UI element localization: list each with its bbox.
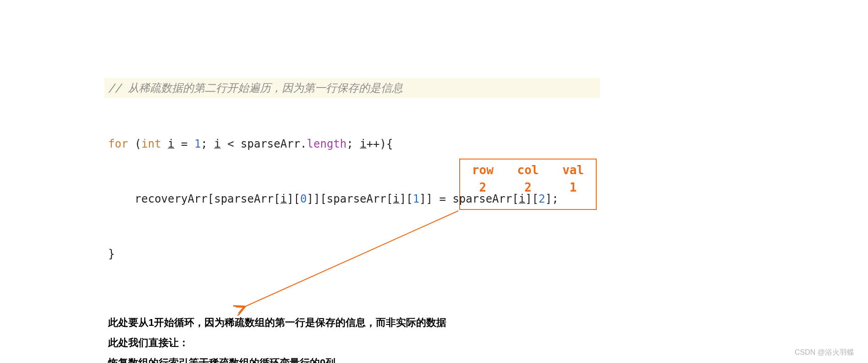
col-header-col: col: [510, 163, 546, 177]
number-one: 1: [194, 138, 201, 150]
document-content: // 从稀疏数据的第二行开始遍历，因为第一行保存的是信息 for (int i …: [108, 41, 750, 363]
code-line-body: recoveryArr[sparseArr[i][0]][sparseArr[i…: [108, 190, 750, 208]
explanation-text: 此处要从1开始循环，因为稀疏数组的第一行是保存的信息，而非实际的数据 此处我们直…: [108, 313, 750, 363]
code-block: // 从稀疏数据的第二行开始遍历，因为第一行保存的是信息 for (int i …: [108, 41, 750, 300]
watermark: CSDN @浴火羽蝶: [795, 348, 854, 358]
keyword-for: for: [108, 138, 128, 150]
code-line-for: for (int i = 1; i < sparseArr.length; i+…: [108, 135, 750, 153]
col-header-row: row: [464, 163, 501, 177]
table-header-row: row col val: [460, 160, 596, 177]
var-i: i: [168, 138, 174, 150]
explain-line: 此处我们直接让：: [108, 333, 750, 353]
table-data-row: 2 2 1: [460, 177, 596, 194]
cell-val: 1: [555, 181, 592, 194]
prop-length: length: [307, 138, 347, 150]
sparse-table-callout: row col val 2 2 1: [459, 159, 597, 210]
explain-line: 此处要从1开始循环，因为稀疏数组的第一行是保存的信息，而非实际的数据: [108, 313, 750, 333]
code-line-close: }: [108, 245, 750, 263]
keyword-int: int: [141, 138, 161, 150]
code-comment: // 从稀疏数据的第二行开始遍历，因为第一行保存的是信息: [104, 78, 600, 98]
cell-row: 2: [464, 181, 501, 194]
cell-col: 2: [510, 181, 546, 194]
col-header-val: val: [555, 163, 592, 177]
explain-line: 恢复数组的行索引等于稀疏数组的循环变量行的0列: [108, 353, 750, 363]
